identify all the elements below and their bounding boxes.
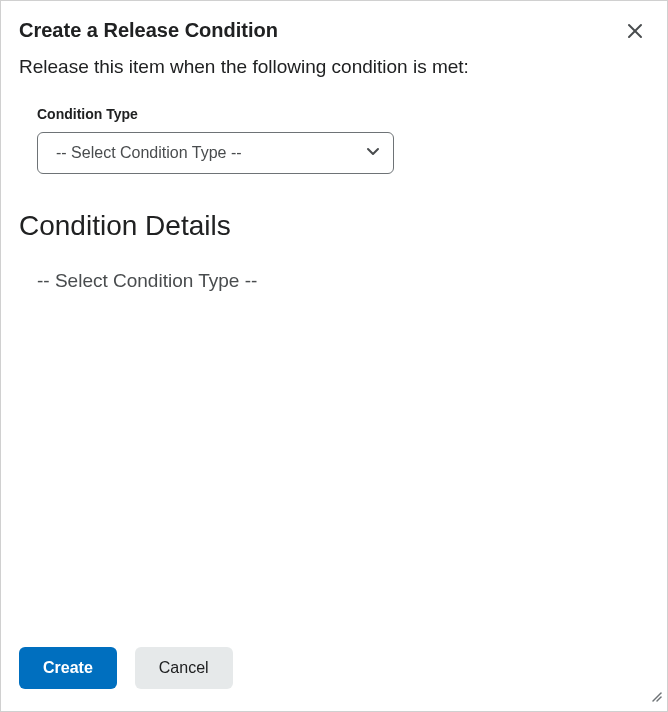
dialog-footer: Create Cancel xyxy=(1,629,667,711)
svg-line-2 xyxy=(653,693,661,701)
close-button[interactable] xyxy=(623,19,647,46)
condition-details-heading: Condition Details xyxy=(19,210,649,242)
condition-details-placeholder: -- Select Condition Type -- xyxy=(37,270,649,292)
svg-line-3 xyxy=(657,697,661,701)
dialog-header: Create a Release Condition xyxy=(1,1,667,56)
condition-type-select-wrapper: -- Select Condition Type -- xyxy=(37,132,394,174)
create-button[interactable]: Create xyxy=(19,647,117,689)
close-icon xyxy=(627,23,643,42)
resize-handle[interactable] xyxy=(647,687,663,707)
condition-type-label: Condition Type xyxy=(37,106,649,122)
condition-type-selected-value: -- Select Condition Type -- xyxy=(56,144,242,162)
cancel-button[interactable]: Cancel xyxy=(135,647,233,689)
condition-type-select[interactable]: -- Select Condition Type -- xyxy=(37,132,394,174)
dialog-title: Create a Release Condition xyxy=(19,19,278,42)
release-condition-dialog: Create a Release Condition Release this … xyxy=(0,0,668,712)
condition-type-group: Condition Type -- Select Condition Type … xyxy=(37,106,649,174)
dialog-body: Release this item when the following con… xyxy=(1,56,667,629)
dialog-subtitle: Release this item when the following con… xyxy=(19,56,649,78)
resize-icon xyxy=(647,689,663,706)
